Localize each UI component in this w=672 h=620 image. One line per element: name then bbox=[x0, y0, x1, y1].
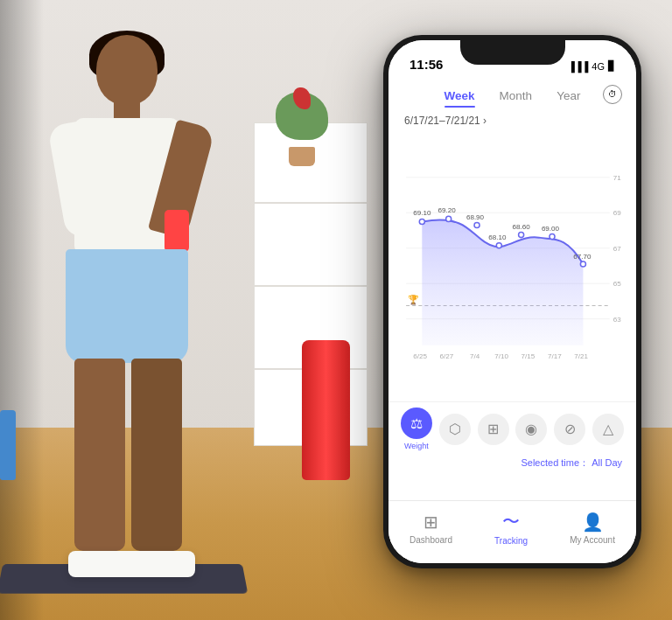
tracking-icon: 〜 bbox=[502, 510, 520, 533]
shelf-row-2 bbox=[255, 285, 367, 287]
person-phone bbox=[164, 210, 189, 252]
grid-icon-circle: ⊞ bbox=[478, 414, 509, 445]
svg-point-9 bbox=[474, 222, 480, 227]
svg-text:7/10: 7/10 bbox=[494, 352, 508, 360]
dashboard-icon: ⊞ bbox=[424, 512, 438, 533]
chart-svg: 🏆 bbox=[397, 130, 627, 401]
svg-text:69: 69 bbox=[613, 209, 621, 217]
bottom-nav: ⊞ Dashboard 〜 Tracking 👤 My Account bbox=[388, 500, 636, 563]
shelf-row-1 bbox=[255, 202, 367, 204]
date-range-text: 6/17/21–7/21/21 › bbox=[404, 115, 486, 127]
selected-time-label: Selected time： bbox=[521, 457, 589, 468]
dashboard-label: Dashboard bbox=[410, 535, 452, 545]
phone: 11:56 ▐▐▐ 4G ▊ Week Month Year bbox=[383, 35, 641, 568]
nav-tracking[interactable]: 〜 Tracking bbox=[494, 510, 528, 546]
clock-icon[interactable]: ⏱ bbox=[603, 85, 622, 104]
svg-text:67.70: 67.70 bbox=[573, 253, 592, 261]
person-leg-left bbox=[74, 359, 125, 551]
tabs-row: Week Month Year ⏱ bbox=[388, 79, 636, 109]
plant bbox=[271, 87, 332, 166]
network-type: 4G bbox=[592, 61, 605, 72]
svg-point-11 bbox=[519, 233, 524, 238]
person bbox=[26, 17, 254, 595]
svg-text:67: 67 bbox=[613, 245, 621, 253]
battery-icon: ▊ bbox=[608, 60, 615, 72]
tab-week[interactable]: Week bbox=[432, 86, 487, 106]
diet-icon-circle: ⊘ bbox=[554, 414, 585, 445]
person-shorts bbox=[66, 249, 188, 363]
svg-text:65: 65 bbox=[613, 280, 621, 288]
account-label: My Account bbox=[570, 535, 615, 545]
svg-text:6/25: 6/25 bbox=[413, 352, 427, 360]
notch bbox=[460, 40, 565, 65]
tab-year[interactable]: Year bbox=[544, 86, 592, 106]
activity-icon-item[interactable]: △ bbox=[592, 414, 624, 445]
selected-time-value: All Day bbox=[592, 457, 622, 468]
svg-text:69.00: 69.00 bbox=[542, 225, 560, 233]
clock-symbol: ⏱ bbox=[608, 89, 617, 99]
svg-text:7/15: 7/15 bbox=[522, 352, 536, 360]
plant-pot bbox=[289, 147, 315, 166]
screen-content: Week Month Year ⏱ 6/17/21–7/21/21 › bbox=[388, 79, 636, 563]
metric-icons-row: ⚖ Weight ⬡ ⊞ ◉ ⊘ △ bbox=[388, 401, 636, 454]
selected-time-row: Selected time： All Day bbox=[388, 454, 636, 472]
svg-point-7 bbox=[419, 219, 424, 224]
water-bottle bbox=[0, 410, 16, 480]
svg-point-10 bbox=[496, 243, 501, 248]
signal-bars-icon: ▐▐▐ bbox=[568, 61, 588, 72]
weight-label: Weight bbox=[404, 442, 429, 450]
status-time: 11:56 bbox=[410, 57, 443, 72]
water-icon-item[interactable]: ◉ bbox=[515, 414, 547, 445]
exercise-mat-roll bbox=[302, 340, 350, 480]
account-icon: 👤 bbox=[582, 512, 604, 533]
body-icon-item[interactable]: ⬡ bbox=[439, 414, 471, 445]
svg-text:68.90: 68.90 bbox=[466, 213, 485, 221]
svg-text:68.10: 68.10 bbox=[488, 233, 507, 241]
activity-icon-circle: △ bbox=[592, 414, 624, 445]
svg-text:68.60: 68.60 bbox=[513, 223, 531, 231]
water-icon-circle: ◉ bbox=[515, 414, 547, 445]
weight-icon-circle: ⚖ bbox=[401, 408, 432, 439]
svg-point-8 bbox=[446, 216, 452, 221]
svg-text:69.10: 69.10 bbox=[413, 209, 431, 217]
weight-chart: 🏆 bbox=[397, 130, 627, 401]
nav-dashboard[interactable]: ⊞ Dashboard bbox=[410, 512, 452, 545]
svg-text:7/17: 7/17 bbox=[548, 352, 562, 360]
grid-icon-item[interactable]: ⊞ bbox=[478, 414, 509, 445]
nav-account[interactable]: 👤 My Account bbox=[570, 512, 615, 545]
svg-text:🏆: 🏆 bbox=[408, 294, 419, 305]
svg-text:63: 63 bbox=[613, 316, 621, 324]
tracking-label: Tracking bbox=[494, 536, 528, 546]
phone-screen: 11:56 ▐▐▐ 4G ▊ Week Month Year bbox=[388, 40, 636, 563]
tab-month[interactable]: Month bbox=[487, 86, 545, 106]
date-range[interactable]: 6/17/21–7/21/21 › bbox=[388, 109, 636, 130]
person-leg-right bbox=[131, 359, 182, 551]
body-icon-circle: ⬡ bbox=[439, 414, 471, 445]
svg-text:71: 71 bbox=[613, 174, 621, 182]
svg-text:6/27: 6/27 bbox=[440, 352, 454, 360]
weight-scale bbox=[68, 551, 195, 577]
person-head bbox=[96, 35, 158, 105]
svg-point-13 bbox=[580, 261, 585, 267]
svg-text:7/4: 7/4 bbox=[470, 352, 480, 360]
svg-text:7/21: 7/21 bbox=[574, 352, 588, 360]
diet-icon-item[interactable]: ⊘ bbox=[554, 414, 585, 445]
svg-point-12 bbox=[550, 234, 555, 240]
svg-text:69.20: 69.20 bbox=[438, 206, 457, 214]
weight-icon-item[interactable]: ⚖ Weight bbox=[401, 408, 432, 450]
status-icons: ▐▐▐ 4G ▊ bbox=[568, 60, 615, 72]
